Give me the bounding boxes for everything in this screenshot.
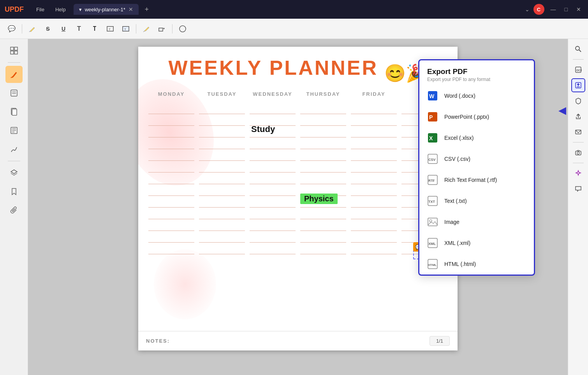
line <box>148 231 194 243</box>
line <box>250 219 296 231</box>
notes-bar: NOTES: 1/1 <box>138 331 458 350</box>
svg-rect-13 <box>14 51 18 54</box>
email-icon <box>575 129 582 136</box>
toolbar-sep-2 <box>136 24 136 33</box>
toolbar-sep-1 <box>22 24 22 33</box>
csv-label: CSV (.csv) <box>444 156 470 162</box>
line <box>148 196 194 208</box>
window-close-button[interactable]: ✕ <box>574 6 583 12</box>
line <box>199 196 245 208</box>
planner-title-text: WEEKLY PLANNER <box>169 56 379 79</box>
sidebar-bookmark[interactable] <box>5 183 23 200</box>
export-rtf[interactable]: RTF Rich Text Format (.rtf) <box>419 169 534 190</box>
export-html[interactable]: HTML HTML (.html) <box>419 254 534 275</box>
svg-rect-16 <box>11 90 17 96</box>
line <box>351 137 397 149</box>
line <box>148 149 194 161</box>
svg-rect-20 <box>12 109 17 115</box>
line <box>300 114 346 126</box>
line <box>300 231 346 243</box>
line <box>300 173 346 184</box>
window-minimize-button[interactable]: — <box>548 6 558 12</box>
strikethrough-tool-btn[interactable]: S <box>41 22 55 36</box>
title-bar: UPDF File Help ▾ weekly-planner-1* ✕ + ⌄… <box>0 0 588 19</box>
col-tuesday: TUESDAY <box>197 90 247 254</box>
export-powerpoint[interactable]: P PowerPoint (.pptx) <box>419 106 534 127</box>
textbox-tool-btn[interactable]: T <box>103 22 117 36</box>
eraser-tool-btn[interactable] <box>176 22 190 36</box>
textbox2-tool-btn[interactable]: T <box>119 22 133 36</box>
text-tool-btn[interactable]: T <box>72 22 86 36</box>
line <box>351 208 397 219</box>
right-export[interactable] <box>571 78 585 92</box>
line <box>351 231 397 243</box>
export-csv[interactable]: CSV CSV (.csv) <box>419 148 534 169</box>
svg-line-1 <box>29 31 30 32</box>
line <box>199 219 245 231</box>
content-area: WEEKLY PLANNER 😊🎉 MONDAY <box>28 39 568 375</box>
right-ai[interactable] <box>571 166 585 180</box>
study-text: Study <box>251 124 275 134</box>
right-ocr[interactable]: OCR <box>571 63 585 77</box>
title-bar-right: ⌄ C — □ ✕ <box>525 4 583 15</box>
notes-label: NOTES: <box>146 338 170 344</box>
line <box>250 243 296 254</box>
shapes-icon: ▾ <box>158 25 166 33</box>
lines-thursday: Physics <box>300 102 346 254</box>
menu-file[interactable]: File <box>32 5 49 14</box>
sidebar-edit[interactable] <box>5 122 23 139</box>
highlight-tool-btn[interactable] <box>25 22 39 36</box>
pen-tool-btn[interactable] <box>139 22 153 36</box>
right-share[interactable] <box>571 109 585 123</box>
lines-wednesday: Study <box>250 102 296 254</box>
shapes-tool-btn[interactable]: ▾ <box>155 22 169 36</box>
sidebar-attach[interactable] <box>5 202 23 219</box>
comment-tool-btn[interactable]: 💬 <box>5 22 19 36</box>
sidebar-highlight[interactable] <box>5 66 23 83</box>
left-sidebar <box>0 39 28 375</box>
sidebar-pages[interactable] <box>5 103 23 120</box>
menu-help[interactable]: Help <box>51 5 70 14</box>
svg-rect-7 <box>159 28 163 31</box>
line <box>300 208 346 219</box>
tabs-overflow-button[interactable]: ⌄ <box>525 6 530 12</box>
export-word[interactable]: W Word (.docx) <box>419 85 534 106</box>
sidebar-layers[interactable] <box>5 164 23 181</box>
line <box>351 219 397 231</box>
active-tab[interactable]: ▾ weekly-planner-1* ✕ <box>74 4 139 15</box>
sign-icon <box>10 145 18 153</box>
export-xml[interactable]: XML XML (.xml) <box>419 232 534 254</box>
underline-tool-btn[interactable]: U <box>56 22 70 36</box>
powerpoint-label: PowerPoint (.pptx) <box>444 114 489 120</box>
line <box>250 149 296 161</box>
user-avatar[interactable]: C <box>533 4 544 15</box>
export-excel[interactable]: X Excel (.xlsx) <box>419 127 534 148</box>
sidebar-thumbnail[interactable] <box>5 42 23 59</box>
sidebar-annotation[interactable] <box>5 85 23 102</box>
new-tab-button[interactable]: + <box>142 4 152 14</box>
export-text[interactable]: TXT Text (.txt) <box>419 190 534 211</box>
sidebar-sign[interactable] <box>5 141 23 158</box>
day-monday: MONDAY <box>148 90 194 99</box>
tab-close-button[interactable]: ✕ <box>129 6 133 12</box>
ocr-icon: OCR <box>575 66 582 73</box>
lines-monday <box>148 102 194 254</box>
export-image[interactable]: Image <box>419 211 534 232</box>
tab-dropdown-arrow[interactable]: ▾ <box>79 7 82 12</box>
app-logo: UPDF <box>5 5 24 14</box>
right-email[interactable] <box>571 125 585 139</box>
line <box>300 137 346 149</box>
right-chat[interactable] <box>571 182 585 196</box>
line <box>250 231 296 243</box>
window-maximize-button[interactable]: □ <box>562 6 570 12</box>
right-search[interactable] <box>571 42 585 56</box>
line: Study <box>250 126 296 137</box>
line <box>199 137 245 149</box>
typewriter-tool-btn[interactable]: T <box>88 22 102 36</box>
excel-label: Excel (.xlsx) <box>444 135 474 141</box>
toolbar: 💬 S U T T T T ▾ <box>0 19 588 39</box>
svg-text:RTF: RTF <box>428 179 435 183</box>
right-protect[interactable] <box>571 94 585 108</box>
line <box>199 114 245 126</box>
right-camera[interactable] <box>571 146 585 160</box>
